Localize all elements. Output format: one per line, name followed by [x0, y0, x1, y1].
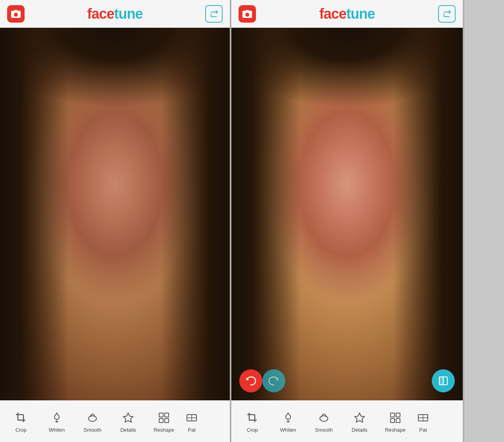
toolbar-right: Crop Whiten Smooth — [231, 400, 463, 442]
hair-right — [161, 28, 230, 400]
toolbar-left: Crop Whiten Smooth — [0, 400, 230, 442]
whiten-label: Whiten — [49, 427, 65, 433]
right-panel: facetune — [231, 0, 464, 442]
svg-rect-2 — [14, 10, 17, 12]
photo-icon-right — [242, 10, 252, 18]
details-icon — [121, 410, 136, 425]
smooth-label-right: Smooth — [315, 427, 333, 433]
svg-rect-27 — [396, 419, 400, 423]
svg-point-22 — [320, 416, 328, 421]
action-buttons — [231, 369, 463, 392]
undo-button[interactable] — [239, 369, 262, 392]
svg-rect-9 — [159, 419, 163, 423]
hair-top-right — [231, 28, 463, 158]
tool-patch-right[interactable]: Pat — [413, 407, 433, 436]
hair-left-right — [231, 28, 301, 400]
reshape-icon-right — [388, 410, 403, 425]
photo-library-button-right[interactable] — [239, 5, 256, 23]
crop-icon — [13, 410, 29, 425]
before-image-area — [0, 28, 230, 400]
details-label-right: Details — [352, 427, 367, 433]
crop-label: Crop — [15, 427, 27, 433]
tool-whiten-left[interactable]: Whiten — [39, 407, 75, 436]
svg-marker-23 — [355, 413, 364, 422]
tool-smooth-right[interactable]: Smooth — [306, 407, 342, 436]
whiten-label-right: Whiten — [280, 427, 296, 433]
app-logo: facetune — [87, 6, 142, 22]
hair-left — [0, 28, 69, 400]
top-bar-right: facetune — [231, 0, 463, 28]
tool-crop-left[interactable]: Crop — [3, 407, 39, 436]
photo-icon — [11, 10, 21, 18]
svg-point-15 — [245, 13, 249, 17]
whiten-icon-right — [281, 410, 296, 425]
photo-library-button[interactable] — [7, 5, 25, 23]
svg-rect-16 — [246, 10, 249, 12]
smooth-label: Smooth — [84, 427, 102, 433]
compare-icon — [438, 376, 448, 386]
whiten-icon — [49, 410, 64, 425]
reshape-label: Reshape — [154, 427, 174, 433]
svg-rect-26 — [391, 419, 394, 423]
svg-point-5 — [88, 416, 96, 421]
tool-details-left[interactable]: Details — [110, 407, 146, 436]
svg-rect-24 — [391, 413, 394, 417]
logo-face-text: face — [87, 6, 114, 22]
svg-rect-8 — [165, 413, 169, 417]
crop-icon-right — [245, 410, 260, 425]
tool-reshape-right[interactable]: Reshape — [377, 407, 413, 436]
compare-button[interactable] — [432, 369, 455, 392]
top-bar-left: facetune — [0, 0, 230, 28]
app-logo-right: facetune — [319, 6, 375, 22]
tool-patch-left[interactable]: Pat — [182, 407, 202, 436]
svg-rect-25 — [396, 413, 400, 417]
hair-right-right — [393, 28, 463, 400]
svg-point-1 — [14, 13, 18, 17]
details-icon-right — [352, 410, 367, 425]
svg-rect-10 — [165, 419, 169, 423]
details-label: Details — [120, 427, 136, 433]
smooth-icon — [85, 410, 100, 425]
left-panel: facetune Crop — [0, 0, 231, 442]
crop-label-right: Crop — [247, 427, 258, 433]
patch-label-right: Pat — [419, 427, 427, 433]
svg-marker-6 — [123, 413, 133, 422]
redo-icon — [269, 376, 279, 386]
before-photo — [0, 28, 230, 400]
share-icon-right — [442, 10, 451, 18]
reshape-icon — [156, 410, 171, 425]
after-photo — [231, 28, 463, 400]
logo-tune-text: tune — [114, 6, 143, 22]
share-button-left[interactable] — [205, 5, 223, 23]
after-image-area — [231, 28, 463, 400]
smooth-icon-right — [316, 410, 331, 425]
undo-icon — [246, 376, 256, 386]
tool-crop-right[interactable]: Crop — [235, 407, 270, 436]
patch-label: Pat — [188, 427, 196, 433]
share-button-right[interactable] — [438, 5, 456, 23]
patch-icon-right — [416, 410, 431, 425]
tool-details-right[interactable]: Details — [342, 407, 377, 436]
reshape-label-right: Reshape — [385, 427, 406, 433]
tool-smooth-left[interactable]: Smooth — [75, 407, 110, 436]
patch-icon — [184, 410, 199, 425]
hair-top — [0, 28, 230, 158]
redo-button[interactable] — [262, 369, 285, 392]
svg-rect-19 — [439, 377, 443, 385]
svg-rect-7 — [159, 413, 163, 417]
logo-tune-text-right: tune — [346, 6, 375, 22]
logo-face-text-right: face — [319, 6, 346, 22]
tool-reshape-left[interactable]: Reshape — [146, 407, 182, 436]
share-icon — [210, 10, 218, 18]
tool-whiten-right[interactable]: Whiten — [270, 407, 306, 436]
